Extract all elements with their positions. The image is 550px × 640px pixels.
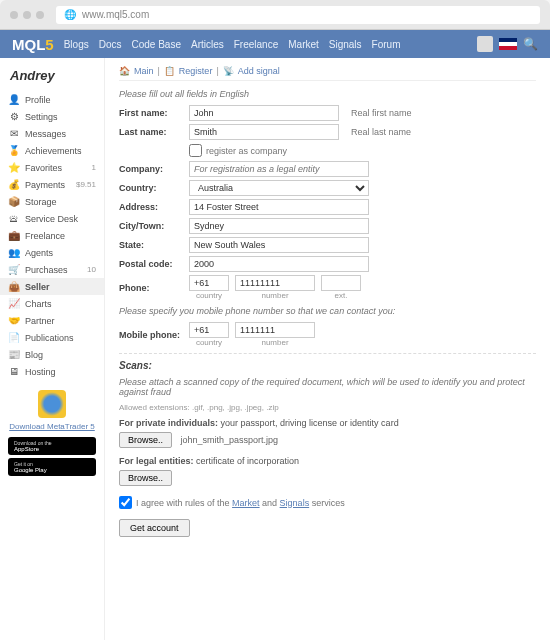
sidebar-item-favorites[interactable]: ⭐Favorites1: [0, 159, 104, 176]
sidebar-item-label: Freelance: [25, 231, 65, 241]
sidebar-item-charts[interactable]: 📈Charts: [0, 295, 104, 312]
bc-main[interactable]: Main: [134, 66, 154, 76]
label-company: Company:: [119, 164, 189, 174]
label-address: Address:: [119, 202, 189, 212]
sidebar-badge: $9.51: [76, 180, 96, 189]
globe-icon: 🌐: [64, 9, 76, 20]
label-first-name: First name:: [119, 108, 189, 118]
mobile-number-field[interactable]: [235, 322, 315, 338]
register-company-label: register as company: [206, 146, 287, 156]
sidebar-item-service-desk[interactable]: 🛎Service Desk: [0, 210, 104, 227]
nav-freelance[interactable]: Freelance: [234, 39, 278, 50]
blog-icon: 📰: [8, 349, 20, 360]
first-name-field[interactable]: [189, 105, 339, 121]
hint-first-name: Real first name: [351, 108, 412, 118]
favorites-icon: ⭐: [8, 162, 20, 173]
nav-forum[interactable]: Forum: [372, 39, 401, 50]
flag-icon[interactable]: [499, 38, 517, 50]
scans-note: Please attach a scanned copy of the requ…: [119, 377, 536, 397]
phone-number-field[interactable]: [235, 275, 315, 291]
agents-icon: 👥: [8, 247, 20, 258]
messages-icon: ✉: [8, 128, 20, 139]
sidebar-item-label: Seller: [25, 282, 50, 292]
sidebar-item-label: Hosting: [25, 367, 56, 377]
googleplay-button[interactable]: Get it on Google Play: [8, 458, 96, 476]
scans-title: Scans:: [119, 360, 536, 371]
sidebar-item-storage[interactable]: 📦Storage: [0, 193, 104, 210]
sidebar-item-settings[interactable]: ⚙Settings: [0, 108, 104, 125]
signals-link[interactable]: Signals: [280, 498, 310, 508]
partner-icon: 🤝: [8, 315, 20, 326]
ext-note: Allowed extensions: .gif, .png, .jpg, .j…: [119, 403, 536, 412]
home-icon: 🏠: [119, 66, 130, 76]
sidebar-item-label: Blog: [25, 350, 43, 360]
logo[interactable]: MQL5: [12, 36, 54, 53]
nav-blogs[interactable]: Blogs: [64, 39, 89, 50]
appstore-button[interactable]: Download on the AppStore: [8, 437, 96, 455]
sidebar-item-messages[interactable]: ✉Messages: [0, 125, 104, 142]
sidebar-item-label: Publications: [25, 333, 74, 343]
sidebar-item-seller[interactable]: 👜Seller: [0, 278, 104, 295]
register-company-checkbox[interactable]: [189, 144, 202, 157]
nav-signals[interactable]: Signals: [329, 39, 362, 50]
sidebar-item-publications[interactable]: 📄Publications: [0, 329, 104, 346]
private-text: your passport, driving license or identi…: [221, 418, 399, 428]
postal-field[interactable]: [189, 256, 369, 272]
city-field[interactable]: [189, 218, 369, 234]
nav-market[interactable]: Market: [288, 39, 319, 50]
dot-icon: [10, 11, 18, 19]
sidebar-item-label: Favorites: [25, 163, 62, 173]
label-city: City/Town:: [119, 221, 189, 231]
register-icon: 📋: [164, 66, 175, 76]
phone-ext-field[interactable]: [321, 275, 361, 291]
label-mobile: Mobile phone:: [119, 330, 189, 340]
metatrader-icon[interactable]: [38, 390, 66, 418]
sidebar-item-blog[interactable]: 📰Blog: [0, 346, 104, 363]
freelance-icon: 💼: [8, 230, 20, 241]
phone-country-field[interactable]: [189, 275, 229, 291]
mobile-note: Please specify you mobile phone number s…: [119, 306, 536, 316]
sidebar-item-hosting[interactable]: 🖥Hosting: [0, 363, 104, 380]
bc-add-signal[interactable]: Add signal: [238, 66, 280, 76]
sidebar-item-freelance[interactable]: 💼Freelance: [0, 227, 104, 244]
label-postal: Postal code:: [119, 259, 189, 269]
mobile-country-field[interactable]: [189, 322, 229, 338]
sidebar-item-payments[interactable]: 💰Payments$9.51: [0, 176, 104, 193]
sidebar-item-label: Settings: [25, 112, 58, 122]
nav-code-base[interactable]: Code Base: [131, 39, 180, 50]
agree-checkbox[interactable]: [119, 496, 132, 509]
profile-icon: 👤: [8, 94, 20, 105]
service desk-icon: 🛎: [8, 213, 20, 224]
state-field[interactable]: [189, 237, 369, 253]
address-field[interactable]: [189, 199, 369, 215]
sidebar-item-purchases[interactable]: 🛒Purchases10: [0, 261, 104, 278]
settings-icon: ⚙: [8, 111, 20, 122]
sidebar-item-achievements[interactable]: 🏅Achievements: [0, 142, 104, 159]
address-bar[interactable]: 🌐 www.mql5.com: [56, 6, 540, 24]
sidebar-item-label: Profile: [25, 95, 51, 105]
hint-last-name: Real last name: [351, 127, 411, 137]
get-account-button[interactable]: Get account: [119, 519, 190, 537]
browser-chrome: 🌐 www.mql5.com: [0, 0, 550, 30]
purchases-icon: 🛒: [8, 264, 20, 275]
sidebar-item-label: Partner: [25, 316, 55, 326]
sidebar-item-agents[interactable]: 👥Agents: [0, 244, 104, 261]
sidebar-item-partner[interactable]: 🤝Partner: [0, 312, 104, 329]
download-link[interactable]: Download MetaTrader 5: [0, 422, 104, 431]
sidebar-item-profile[interactable]: 👤Profile: [0, 91, 104, 108]
main-content: 🏠 Main | 📋 Register | 📡 Add signal Pleas…: [105, 58, 550, 640]
nav-docs[interactable]: Docs: [99, 39, 122, 50]
search-icon[interactable]: 🔍: [523, 37, 538, 51]
browse-private-button[interactable]: Browse..: [119, 432, 172, 448]
last-name-field[interactable]: [189, 124, 339, 140]
market-link[interactable]: Market: [232, 498, 260, 508]
avatar[interactable]: [477, 36, 493, 52]
company-field[interactable]: [189, 161, 369, 177]
site-header: MQL5 BlogsDocsCode BaseArticlesFreelance…: [0, 30, 550, 58]
country-select[interactable]: Australia: [189, 180, 369, 196]
nav-articles[interactable]: Articles: [191, 39, 224, 50]
bc-register[interactable]: Register: [179, 66, 213, 76]
hosting-icon: 🖥: [8, 366, 20, 377]
browse-legal-button[interactable]: Browse..: [119, 470, 172, 486]
sidebar-item-label: Storage: [25, 197, 57, 207]
